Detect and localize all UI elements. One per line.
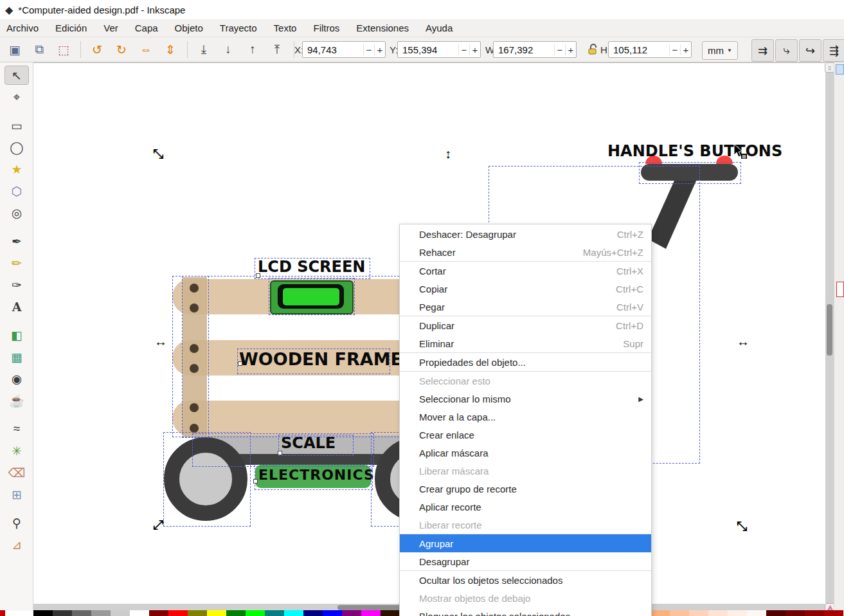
menu-ver[interactable]: Ver xyxy=(103,23,118,33)
x-field-decrement-button[interactable]: − xyxy=(363,44,374,55)
paint-bucket-tool[interactable]: ☕ xyxy=(4,391,29,410)
wooden-plank-vertical[interactable] xyxy=(183,277,207,437)
palette-swatch[interactable] xyxy=(226,610,246,616)
w-field[interactable]: 167,392−+ xyxy=(493,41,577,58)
x-field[interactable]: 94,743−+ xyxy=(302,41,386,58)
palette-swatch[interactable] xyxy=(747,610,766,616)
scale-handle-middle-right[interactable]: ↔ xyxy=(737,335,750,348)
w-field-value[interactable]: 167,392 xyxy=(494,44,554,55)
snap-toggle-button[interactable] xyxy=(836,64,844,75)
transform-stroke-toggle[interactable]: ⇶ xyxy=(823,39,844,62)
wooden-frame-label[interactable]: WOODEN FRAME xyxy=(239,349,402,369)
context-menu-item-ungroup[interactable]: Desagrupar xyxy=(400,552,651,570)
unit-dropdown[interactable]: mm ▼ xyxy=(702,41,738,60)
rotate-cw-icon[interactable]: ↻ xyxy=(111,39,132,60)
palette-swatch[interactable] xyxy=(342,610,361,616)
flip-vertical-icon[interactable]: ⇕ xyxy=(159,39,181,60)
rotate-ccw-icon[interactable]: ↺ xyxy=(86,39,108,60)
handle-buttons-label[interactable]: HANDLE'S BUTTONS xyxy=(607,142,782,160)
menu-extensiones[interactable]: Extensiones xyxy=(356,23,409,33)
context-menu-item-select-same[interactable]: Seleccionar lo mismo▶ xyxy=(400,390,651,408)
move-patterns-toggle[interactable]: ⤷ xyxy=(775,39,798,62)
x-field-increment-button[interactable]: + xyxy=(374,44,385,55)
menu-edición[interactable]: Edición xyxy=(55,23,87,33)
palette-edge-swatch[interactable] xyxy=(0,610,5,616)
menu-trayecto[interactable]: Trayecto xyxy=(220,23,257,33)
palette-swatch[interactable] xyxy=(303,610,323,616)
tweak-tool[interactable]: ≈ xyxy=(4,419,29,439)
context-menu-item-paste[interactable]: PegarCtrl+V xyxy=(400,298,651,316)
horizontal-scrollbar-thumb[interactable] xyxy=(337,605,404,610)
palette-swatch[interactable] xyxy=(689,610,708,616)
palette-swatch[interactable] xyxy=(728,610,747,616)
menu-archivo[interactable]: Archivo xyxy=(6,23,39,33)
node-tool[interactable]: ⌖ xyxy=(4,87,29,107)
w-field-decrement-button[interactable]: − xyxy=(554,44,565,55)
vertical-scrollbar-thumb[interactable] xyxy=(827,304,832,356)
palette-swatch[interactable] xyxy=(805,610,824,616)
lower-to-bottom-icon[interactable]: ⤓ xyxy=(193,39,215,60)
y-field-decrement-button[interactable]: − xyxy=(458,44,469,55)
palette-swatch[interactable] xyxy=(670,610,689,616)
palette-swatch[interactable] xyxy=(708,610,728,616)
menu-ayuda[interactable]: Ayuda xyxy=(426,23,453,33)
scale-handle-top-middle[interactable]: ↕ xyxy=(445,147,451,160)
vertical-scrollbar[interactable] xyxy=(825,71,834,603)
raise-to-top-icon[interactable]: ⤒ xyxy=(266,39,288,60)
context-menu-item-redo[interactable]: RehacerMayús+Ctrl+Z xyxy=(400,243,651,261)
h-field[interactable]: 105,112−+ xyxy=(608,41,692,58)
eraser-tool[interactable]: ⌫ xyxy=(4,463,29,482)
palette-swatch[interactable] xyxy=(265,610,284,616)
spray-tool[interactable]: ✳ xyxy=(4,441,29,460)
y-field-value[interactable]: 155,394 xyxy=(398,44,458,55)
palette-swatch[interactable] xyxy=(188,610,207,616)
lock-ratio-icon[interactable] xyxy=(587,43,598,58)
palette-swatch[interactable] xyxy=(381,610,400,616)
context-menu-item-hide-selected[interactable]: Ocultar los objetos seleccionados xyxy=(400,570,651,589)
select-all-icon[interactable]: ▣ xyxy=(4,39,26,60)
palette-swatch[interactable] xyxy=(323,610,342,616)
electronics-label[interactable]: ELECTRONICS xyxy=(258,467,375,483)
raise-icon[interactable]: ↑ xyxy=(242,39,264,60)
connector-tool[interactable]: ⊞ xyxy=(4,485,29,504)
context-menu-item-move-to-layer[interactable]: Mover a la capa... xyxy=(400,408,651,426)
snap-option-button[interactable] xyxy=(836,282,844,297)
palette-swatch[interactable] xyxy=(72,610,91,616)
palette-swatch[interactable] xyxy=(111,610,130,616)
lcd-screen-label[interactable]: LCD SCREEN xyxy=(258,258,365,276)
context-menu-item-copy[interactable]: CopiarCtrl+C xyxy=(400,280,651,298)
rectangle-tool[interactable]: ▭ xyxy=(4,116,29,135)
palette-swatch[interactable] xyxy=(53,610,72,616)
h-field-decrement-button[interactable]: − xyxy=(669,44,680,55)
palette-swatch[interactable] xyxy=(766,610,786,616)
palette-swatch[interactable] xyxy=(786,610,805,616)
pen-tool[interactable]: ✒ xyxy=(4,231,29,251)
move-gradients-toggle[interactable]: ⇉ xyxy=(751,39,774,62)
x-field-value[interactable]: 94,743 xyxy=(303,44,363,55)
palette-swatch[interactable] xyxy=(149,610,168,616)
select-all-layers-icon[interactable]: ⧉ xyxy=(28,39,50,60)
menu-texto[interactable]: Texto xyxy=(274,23,297,33)
palette-swatch[interactable] xyxy=(824,610,843,616)
palette-swatch[interactable] xyxy=(130,610,149,616)
context-menu-item-create-clip-group[interactable]: Crear grupo de recorte xyxy=(400,480,651,498)
move-clips-toggle[interactable]: ↪ xyxy=(799,39,822,62)
y-field-increment-button[interactable]: + xyxy=(469,44,480,55)
context-menu-item-set-clip[interactable]: Aplicar recorte xyxy=(400,498,651,516)
mesh-tool[interactable]: ▦ xyxy=(4,347,29,367)
measure-tool[interactable]: ⊿ xyxy=(4,535,29,554)
pencil-tool[interactable]: ✏ xyxy=(4,253,29,273)
context-menu-item-lock-selected[interactable]: Bloquear los objetos seleccionados xyxy=(400,607,651,616)
y-field[interactable]: 155,394−+ xyxy=(397,41,481,58)
context-menu-item-undo[interactable]: Deshacer: DesagruparCtrl+Z xyxy=(400,225,651,243)
context-menu-item-object-properties[interactable]: Propiedades del objeto... xyxy=(400,352,651,371)
scale-handle-bottom-left[interactable]: ⤢ xyxy=(153,518,163,531)
zoom-tool[interactable]: ⚲ xyxy=(4,513,29,532)
text-tool[interactable]: A xyxy=(4,297,29,316)
menu-capa[interactable]: Capa xyxy=(135,23,158,33)
palette-swatch[interactable] xyxy=(284,610,303,616)
context-menu-item-set-mask[interactable]: Aplicar máscara xyxy=(400,444,651,462)
scale-handle-middle-left[interactable]: ↔ xyxy=(154,335,167,348)
left-wheel[interactable] xyxy=(164,437,247,521)
lower-icon[interactable]: ↓ xyxy=(217,39,239,60)
